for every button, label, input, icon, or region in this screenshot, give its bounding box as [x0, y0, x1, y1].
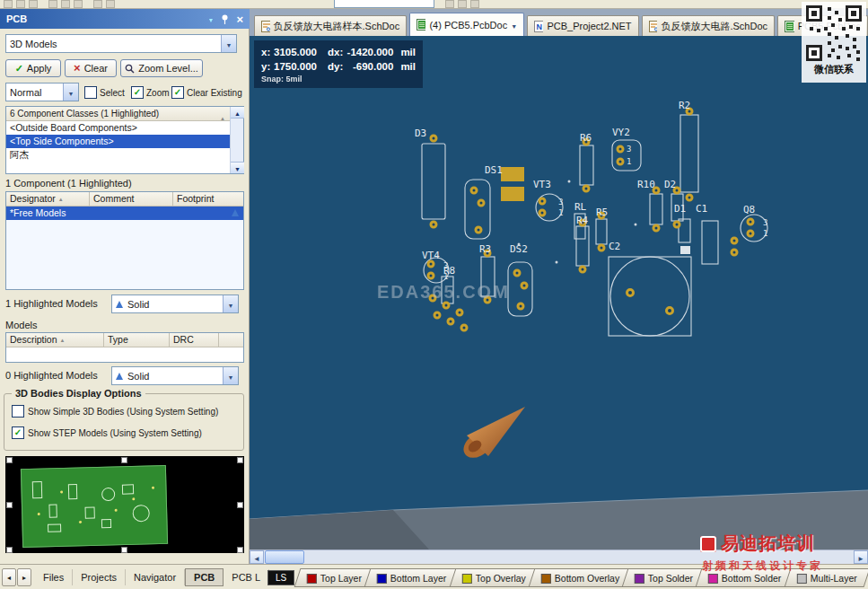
pin-icon[interactable] [221, 14, 229, 24]
component-fill [680, 246, 690, 254]
h-scrollbar[interactable] [250, 549, 868, 564]
zoom-level-button[interactable]: Zoom Level... [120, 59, 203, 77]
toolbar-button[interactable] [48, 0, 57, 8]
3d-model-cone-icon [232, 209, 239, 216]
doc-tab-sch-sample[interactable]: 负反馈放大电路样本.SchDoc [254, 15, 407, 36]
layer-tab-bottom-overlay[interactable]: Bottom Overlay [528, 568, 632, 587]
clear-button[interactable]: Clear [65, 59, 117, 77]
clear-existing-checkbox[interactable] [171, 86, 184, 99]
component-designator: Q8 [743, 204, 755, 215]
doc-tab-pcb5-active[interactable]: (4) PCB5.PcbDoc [409, 13, 524, 36]
class-item-topside[interactable]: <Top Side Components> [6, 135, 243, 148]
component-designator: D1 [674, 203, 686, 215]
scroll-left-icon[interactable] [250, 550, 264, 564]
class-item-outside[interactable]: <Outside Board Components> [6, 121, 243, 135]
panel-title: PCB [6, 13, 27, 24]
pin-number: 1 [443, 272, 448, 281]
classes-header[interactable]: 6 Component Classes (1 Highlighted) [6, 107, 243, 121]
sort-icon [58, 192, 64, 207]
panel-tab-pcb-l[interactable]: PCB L [224, 569, 269, 585]
layer-color-chip [635, 573, 644, 583]
pin-number: 1 [627, 157, 631, 166]
panel-tab-projects[interactable]: Projects [73, 569, 126, 585]
toolbar-button[interactable] [16, 0, 25, 8]
preview-handle[interactable] [121, 457, 127, 463]
scrollbar-thumb[interactable] [265, 550, 304, 564]
scroll-down-icon[interactable] [231, 162, 244, 173]
preview-handle[interactable] [6, 457, 13, 463]
show-step-models-checkbox[interactable] [12, 426, 24, 439]
highlighted-models-combo[interactable]: Solid [111, 294, 239, 313]
class-item-custom[interactable]: 阿杰 [6, 148, 243, 162]
hud-snap: Snap: 5mil [261, 75, 416, 84]
highlighted-models2-combo[interactable]: Solid [111, 366, 239, 385]
toolbar-button[interactable] [458, 0, 467, 8]
layer-tab-bottom-layer[interactable]: Bottom Layer [364, 568, 460, 587]
tab-scroll-right-icon[interactable]: ▸ [17, 568, 31, 586]
preview-handle[interactable] [6, 502, 13, 508]
layer-set-selector[interactable]: LS [267, 570, 294, 585]
combo-arrow-icon[interactable] [63, 84, 78, 101]
toolbar-button[interactable] [445, 0, 454, 8]
preview-handle[interactable] [237, 457, 243, 463]
scroll-up-icon[interactable] [231, 107, 244, 119]
doc-tab-netlist[interactable]: N PCB_Project2.NET [527, 15, 638, 36]
layer-tab-top-solder[interactable]: Top Solder [622, 568, 706, 587]
layer-tab-multi-layer[interactable]: Multi-Layer [785, 568, 868, 587]
pcb-canvas[interactable]: D3 DS1 VT3 R6 VY2 R10 D2 RL R5 R4 C2 VT4… [250, 36, 868, 549]
model-type-value: 3D Models [10, 39, 57, 49]
apply-button[interactable]: Apply [5, 59, 61, 77]
combo-arrow-icon[interactable] [223, 367, 238, 384]
classes-scrollbar[interactable] [230, 107, 243, 173]
tab-scroll-left-icon[interactable]: ◂ [2, 568, 16, 586]
sort-icon[interactable] [220, 110, 225, 121]
column-comment[interactable]: Comment [90, 192, 173, 207]
panel-menu-icon[interactable] [207, 13, 214, 24]
board-preview[interactable] [5, 456, 244, 553]
table-row-free-models[interactable]: *Free Models [6, 207, 243, 220]
zoom-checkbox[interactable] [131, 86, 144, 99]
hud-dy-value: -690.000 [346, 59, 394, 74]
layer-tab-top-overlay[interactable]: Top Overlay [449, 568, 539, 587]
toolbar-button[interactable] [470, 0, 479, 8]
preview-handle[interactable] [121, 547, 127, 553]
pcb-board[interactable] [250, 36, 868, 519]
layer-tab-top-layer[interactable]: Top Layer [294, 568, 375, 587]
column-designator[interactable]: Designator [6, 192, 90, 207]
action-combo[interactable]: Normal [5, 83, 79, 101]
toolbar-combo[interactable] [334, 0, 434, 8]
preview-handle[interactable] [237, 547, 243, 553]
preview-board [21, 465, 168, 548]
toolbar-button[interactable] [93, 0, 102, 8]
select-checkbox[interactable] [84, 86, 97, 99]
preview-handle[interactable] [6, 547, 13, 553]
preview-handle[interactable] [237, 502, 243, 508]
component-designator: VT4 [422, 250, 440, 261]
doc-tab-sch[interactable]: 负反馈放大电路.SchDoc [642, 15, 775, 36]
netlist-icon: N [534, 21, 543, 32]
column-type[interactable]: Type [104, 333, 170, 347]
model-type-combo[interactable]: 3D Models [5, 34, 237, 53]
layer-tab-bottom-solder[interactable]: Bottom Solder [696, 568, 794, 587]
toolbar-button[interactable] [106, 0, 115, 8]
toolbar-button[interactable] [61, 0, 70, 8]
toolbar-button[interactable] [74, 0, 83, 8]
column-description[interactable]: Description [6, 333, 104, 347]
pcb-doc-icon [785, 21, 794, 32]
layer-tab-bar: LS Top Layer Bottom Layer Top Overlay Bo… [267, 568, 867, 587]
panel-tab-navigator[interactable]: Navigator [126, 569, 185, 585]
toolbar-button[interactable] [4, 0, 13, 8]
tab-dropdown-icon[interactable] [511, 20, 517, 31]
panel-tab-pcb[interactable]: PCB [185, 568, 224, 586]
close-icon[interactable] [236, 13, 243, 26]
toolbar-button[interactable] [29, 0, 38, 8]
show-simple-3d-checkbox[interactable] [12, 405, 24, 418]
panel-tab-files[interactable]: Files [35, 569, 73, 585]
scroll-right-icon[interactable] [854, 550, 868, 564]
zoom-label: Zoom [146, 88, 170, 98]
column-footprint[interactable]: Footprint [173, 192, 243, 207]
component-designator: R4 [576, 215, 589, 226]
column-drc[interactable]: DRC [170, 333, 219, 347]
combo-arrow-icon[interactable] [221, 35, 236, 52]
combo-arrow-icon[interactable] [223, 295, 238, 312]
